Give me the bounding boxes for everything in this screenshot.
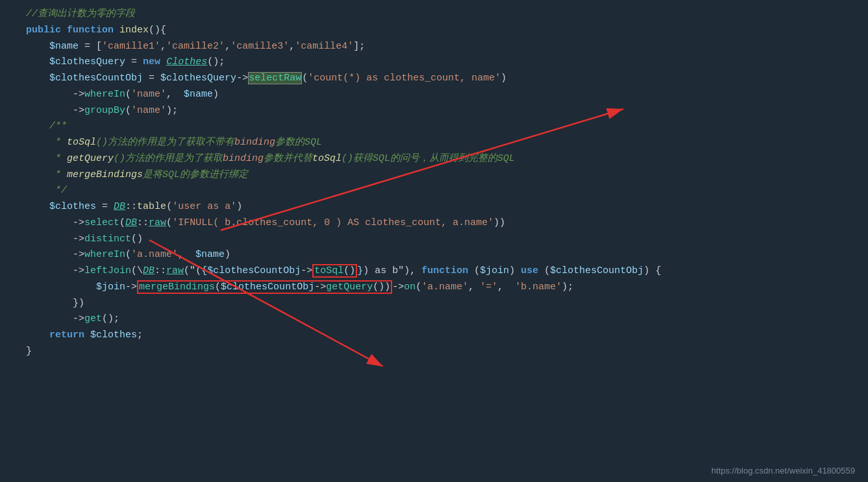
code-line-6: ->whereIn('name', $name) [26,87,855,103]
code-line-15: ->distinct() [26,232,855,248]
code-line-18: $join->mergeBindings($clothesCountObj->g… [26,280,855,296]
code-line-5: $clothesCountObj = $clothesQuery->select… [26,71,855,87]
code-line-8: /** [26,119,855,135]
code-line-20: ->get(); [26,311,855,328]
code-line-16: ->whereIn('a.name', $name) [26,247,855,263]
code-line-14: ->select(DB::raw('IFNULL( b.clothes_coun… [26,215,855,232]
code-line-19: }) [26,296,855,312]
code-line-3: $name = ['camille1','camille2','camille3… [26,39,855,55]
watermark: https://blog.csdn.net/weixin_41800559 [712,466,855,476]
code-line-4: $clothesQuery = new Clothes(); [26,54,855,71]
code-line-12: */ [26,183,855,199]
code-line-11: * mergeBindings是将SQL的参数进行绑定 [26,167,855,184]
code-line-9: * toSql()方法的作用是为了获取不带有binding参数的SQL [26,135,855,151]
code-line-17: ->leftJoin(\DB::raw("({$clothesCountObj-… [26,263,855,280]
code-line-2: public function index(){ [26,23,855,39]
code-line-10: * getQuery()方法的作用是为了获取binding参数并代替toSql(… [26,151,855,167]
code-line-21: return $clothes; [26,328,855,344]
code-line-22: } [26,344,855,360]
code-line-13: $clothes = DB::table('user as a') [26,199,855,215]
code-editor: //查询出计数为零的字段 public function index(){ $n… [0,0,868,367]
code-line-7: ->groupBy('name'); [26,103,855,119]
code-line-1: //查询出计数为零的字段 [26,6,855,23]
